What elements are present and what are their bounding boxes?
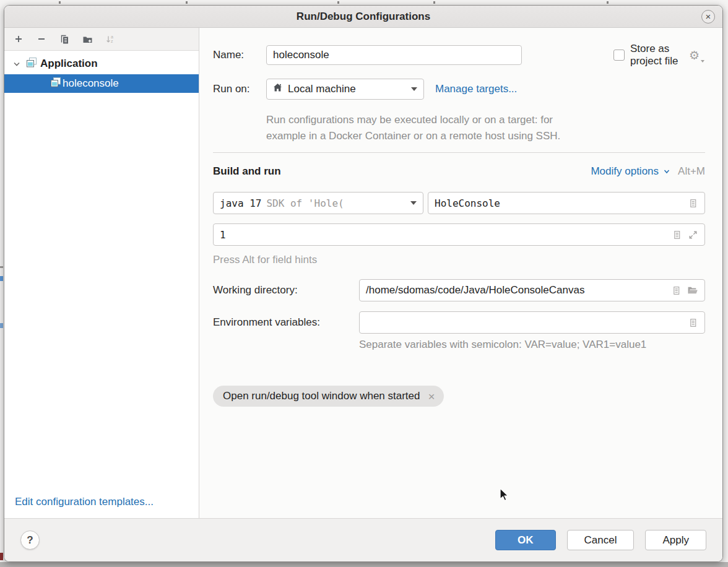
macros-icon[interactable]	[688, 318, 698, 328]
working-directory-value: /home/sdomas/code/Java/HoleConsoleCanvas	[366, 284, 584, 296]
application-type-icon	[50, 77, 61, 91]
build-and-run-title: Build and run	[213, 165, 281, 178]
sidebar-toolbar: a z	[4, 28, 199, 51]
store-as-project-file-checkbox[interactable]	[613, 50, 625, 61]
jdk-value: java 17	[220, 197, 261, 209]
run-on-description-line1: Run configurations may be executed local…	[266, 112, 705, 128]
chip-close-icon[interactable]: ×	[428, 391, 435, 402]
build-and-run-header-row: Build and run Modify options Alt+M	[213, 163, 705, 180]
chip-row: Open run/debug tool window when started …	[213, 386, 705, 407]
background-artifact	[0, 553, 3, 560]
environment-variables-input[interactable]	[359, 311, 705, 334]
working-directory-input[interactable]: /home/sdomas/code/Java/HoleConsoleCanvas	[359, 279, 705, 301]
dialog-title: Run/Debug Configurations	[297, 11, 430, 23]
store-as-project-file-label: Store as project file	[630, 43, 683, 67]
svg-text:z: z	[111, 39, 113, 43]
ok-button[interactable]: OK	[495, 530, 556, 550]
modify-options-group: Modify options Alt+M	[591, 165, 705, 178]
program-arguments-row: 1	[213, 223, 705, 246]
chevron-down-icon	[663, 168, 670, 175]
modify-options-shortcut: Alt+M	[678, 165, 705, 178]
background-artifact	[0, 323, 3, 328]
run-on-label: Run on:	[213, 83, 266, 95]
name-label: Name:	[213, 49, 266, 61]
macros-icon[interactable]	[672, 230, 682, 240]
run-on-value: Local machine	[288, 83, 356, 95]
main-class-input[interactable]: HoleConsole	[428, 192, 705, 214]
close-icon[interactable]: ×	[701, 10, 715, 24]
program-arguments-input[interactable]: 1	[213, 223, 705, 246]
macros-icon[interactable]	[671, 285, 682, 296]
modify-options-link[interactable]: Modify options	[591, 165, 659, 178]
manage-targets-link[interactable]: Manage targets...	[435, 83, 517, 95]
home-icon	[273, 83, 282, 95]
working-directory-row: Working directory: /home/sdomas/code/Jav…	[213, 279, 705, 301]
dialog-titlebar: Run/Debug Configurations ×	[4, 6, 722, 28]
open-tool-window-chip[interactable]: Open run/debug tool window when started …	[213, 386, 444, 407]
main-class-value: HoleConsole	[435, 197, 500, 209]
tree-item-label: holeconsole	[63, 77, 119, 90]
cancel-button[interactable]: Cancel	[567, 530, 635, 550]
help-glyph: ?	[27, 534, 33, 547]
configurations-sidebar: a z Ap	[4, 28, 199, 518]
configuration-form: Name: holeconsole Store as project file …	[199, 28, 722, 518]
build-and-run-fields-row: java 17 SDK of 'Hole( HoleConsole	[213, 192, 705, 214]
chevron-down-icon[interactable]	[12, 59, 22, 69]
background-strip	[0, 562, 728, 567]
background-artifact	[0, 276, 3, 281]
store-as-project-file-group: Store as project file ⚙	[613, 43, 705, 67]
tree-group-application[interactable]: Application	[4, 54, 199, 73]
copy-configuration-icon[interactable]	[56, 31, 73, 47]
tree-item-holeconsole[interactable]: holeconsole	[4, 74, 199, 93]
edit-configuration-templates-link[interactable]: Edit configuration templates...	[4, 488, 199, 518]
field-hints-text: Press Alt for field hints	[213, 254, 705, 266]
apply-button[interactable]: Apply	[645, 530, 706, 550]
footer-buttons: OK Cancel Apply	[495, 530, 706, 550]
name-input[interactable]: holeconsole	[266, 45, 522, 65]
program-arguments-value: 1	[220, 229, 226, 241]
chevron-down-icon	[411, 87, 417, 91]
name-row: Name: holeconsole Store as project file …	[213, 45, 705, 65]
dialog-body: a z Ap	[4, 28, 722, 518]
run-on-row: Run on: Local machine Manage targets...	[213, 79, 705, 100]
chevron-down-icon	[410, 201, 417, 205]
configurations-tree: Application holeconsole	[4, 51, 199, 488]
environment-variables-row: Environment variables:	[213, 311, 705, 334]
section-divider	[213, 152, 705, 153]
background-artifact	[0, 266, 3, 268]
background-artifact	[607, 1, 609, 4]
run-on-select[interactable]: Local machine	[266, 79, 424, 100]
svg-text:a: a	[111, 35, 113, 39]
environment-variables-label: Environment variables:	[213, 316, 359, 329]
gear-icon[interactable]: ⚙	[689, 50, 704, 61]
background-artifact	[186, 1, 188, 4]
tree-group-label: Application	[40, 58, 98, 70]
add-configuration-icon[interactable]	[10, 31, 27, 47]
dialog-footer: ? OK Cancel Apply	[4, 518, 722, 561]
environment-variables-hint: Separate variables with semicolon: VAR=v…	[359, 339, 705, 351]
help-button[interactable]: ?	[20, 530, 40, 550]
application-type-icon	[26, 57, 37, 71]
run-debug-configurations-dialog: Run/Debug Configurations ×	[4, 5, 723, 562]
working-directory-label: Working directory:	[213, 284, 359, 296]
run-on-description-line2: example in a Docker Container or on a re…	[266, 128, 705, 144]
sort-configurations-icon: a z	[102, 31, 119, 47]
background-artifact	[337, 1, 339, 4]
background-artifact	[59, 1, 61, 4]
expand-field-icon[interactable]	[688, 230, 698, 240]
macros-icon[interactable]	[688, 198, 698, 209]
browse-folder-icon[interactable]	[687, 285, 698, 295]
jdk-detail: SDK of 'Hole(	[266, 197, 405, 209]
save-configuration-folder-icon[interactable]	[79, 31, 96, 47]
jdk-select[interactable]: java 17 SDK of 'Hole(	[213, 192, 423, 214]
name-value: holeconsole	[273, 49, 329, 61]
background-artifact	[433, 1, 435, 4]
run-on-description: Run configurations may be executed local…	[266, 112, 705, 144]
remove-configuration-icon[interactable]	[33, 31, 50, 47]
chip-label: Open run/debug tool window when started	[223, 390, 420, 402]
